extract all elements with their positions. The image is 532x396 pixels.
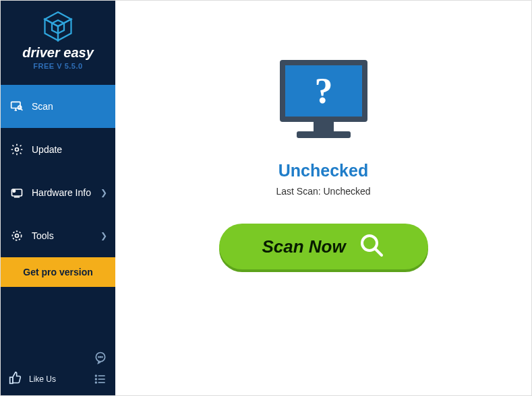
svg-point-17 [16,234,19,238]
sidebar-footer: Like Us [1,363,115,395]
logo-block: driver easy FREE V 5.5.0 [1,1,115,77]
svg-point-25 [96,378,97,380]
status-title: Unchecked [278,161,368,180]
menu-icon[interactable] [94,372,107,389]
svg-point-27 [96,382,97,383]
status-subtext: Last Scan: Unchecked [276,186,370,197]
svg-line-35 [375,249,382,255]
svg-rect-18 [10,377,13,383]
gear-icon [10,143,24,156]
svg-point-16 [12,231,21,240]
tools-icon [10,229,24,242]
svg-line-10 [21,109,22,110]
cta-label: Get pro version [23,267,92,277]
sidebar-item-scan[interactable]: Scan [1,85,115,128]
hardware-info-icon: i [10,186,24,199]
main-panel: ? Unchecked Last Scan: Unchecked Scan No… [115,1,531,395]
sidebar-item-tools[interactable]: Tools ❯ [1,214,115,257]
svg-point-11 [16,148,19,152]
monitor-question-icon: ? [273,55,374,149]
magnifier-icon [358,232,385,261]
monitor-search-icon [10,100,24,113]
svg-point-20 [98,357,99,358]
scan-now-button[interactable]: Scan Now [219,224,428,269]
svg-text:i: i [13,189,14,193]
svg-point-23 [96,375,97,376]
sidebar-item-update[interactable]: Update [1,128,115,171]
chevron-right-icon: ❯ [100,231,107,240]
sidebar-item-label: Hardware Info [32,187,91,198]
brand-version: FREE V 5.5.0 [1,62,115,70]
thumbs-up-icon[interactable] [9,371,22,387]
chevron-right-icon: ❯ [100,188,107,197]
nav: Scan Update i Hardware Info ❯ [1,85,115,287]
feedback-icon[interactable] [94,351,107,367]
status-graphic: ? Unchecked Last Scan: Unchecked [273,55,374,197]
svg-point-21 [100,357,101,358]
sidebar-item-label: Update [32,144,62,155]
sidebar-item-label: Scan [32,101,53,112]
sidebar-item-hardware-info[interactable]: i Hardware Info ❯ [1,171,115,214]
brand-name: driver easy [1,45,115,61]
get-pro-button[interactable]: Get pro version [1,257,115,287]
svg-rect-6 [11,102,20,108]
sidebar-item-label: Tools [32,230,54,241]
scan-now-label: Scan Now [262,236,345,257]
svg-point-22 [102,357,102,358]
logo-icon [42,10,74,42]
svg-rect-32 [297,131,351,138]
svg-marker-3 [45,12,71,26]
svg-text:?: ? [314,71,332,111]
sidebar: driver easy FREE V 5.5.0 Scan Update [1,1,115,395]
like-us-label[interactable]: Like Us [29,374,56,384]
svg-rect-31 [314,122,334,131]
